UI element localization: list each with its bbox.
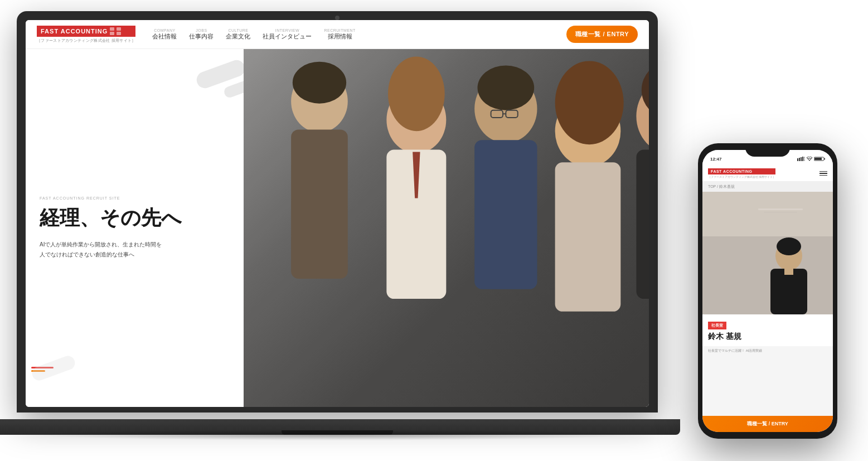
phone-logo-text: FAST ACCOUNTING [711,169,753,173]
svg-rect-27 [814,158,822,160]
svg-rect-31 [764,212,797,213]
phone-content: FAST ACCOUNTING ［ファーストアカウンティング株式会社 採用サイト… [702,166,833,432]
phone-card-section: 社長室 鈴木 基規 [702,314,833,346]
phone-logo-area: FAST ACCOUNTING ［ファーストアカウンティング株式会社 採用サイト… [708,168,775,178]
svg-rect-30 [758,208,803,210]
site-nav: COMPANY 会社情報 JOBS 仕事内容 CULTURE 企業文化 [152,28,566,41]
phone-description: 社長室でマルチに活躍！ AI活用実績 [702,346,833,356]
logo-text: FAST ACCOUNTING [41,28,108,35]
phone-device: 12:47 FAST ACCOUNTING ［ファーストアカウンティング株式会社… [698,143,837,439]
laptop-screen: FAST ACCOUNTING ［ファーストアカウンティング株式会社 採用サイト… [26,20,649,407]
hamburger-icon[interactable] [819,171,827,176]
logo-puzzle-icon [110,27,121,35]
svg-rect-37 [784,268,793,275]
hero-photo [244,49,649,407]
svg-rect-23 [802,157,803,161]
phone-person-name: 鈴木 基規 [708,332,827,342]
svg-rect-22 [801,157,802,161]
phone-logo-sub: ［ファーストアカウンティング株式会社 採用サイト］ [708,175,775,178]
phone-breadcrumb: TOP / 鈴木基規 [702,182,833,192]
svg-rect-21 [799,158,800,161]
svg-point-35 [777,237,801,255]
phone-header: FAST ACCOUNTING ［ファーストアカウンティング株式会社 採用サイト… [702,166,833,182]
phone-status-icons [797,157,825,161]
nav-jobs[interactable]: JOBS 仕事内容 [189,28,214,41]
nav-company[interactable]: COMPANY 会社情報 [152,28,177,41]
scene: FAST ACCOUNTING ［ファーストアカウンティング株式会社 採用サイト… [0,0,868,461]
phone-logo-badge[interactable]: FAST ACCOUNTING [708,168,775,174]
svg-rect-19 [244,49,649,407]
hero-main-title: 経理、その先へ [40,206,249,230]
website: FAST ACCOUNTING ［ファーストアカウンティング株式会社 採用サイト… [26,20,649,407]
nav-interview[interactable]: INTERVIEW 社員インタビュー [263,28,312,41]
phone-cta-button[interactable]: 職種一覧 / ENTRY [702,416,833,432]
svg-rect-36 [770,269,807,314]
laptop-camera [335,16,340,20]
logo-area: FAST ACCOUNTING ［ファーストアカウンティング株式会社 採用サイト… [37,26,135,43]
svg-rect-20 [797,158,798,161]
phone-screen: 12:47 FAST ACCOUNTING ［ファーストアカウンティング株式会社… [702,150,833,432]
svg-rect-29 [702,192,833,236]
hero-section: FAST ACCOUNTING RECRUIT SITE 経理、その先へ AIで… [26,49,649,407]
phone-time: 12:47 [710,157,721,162]
deco-lines [31,361,54,373]
site-header: FAST ACCOUNTING ［ファーストアカウンティング株式会社 採用サイト… [26,20,649,49]
laptop-shadow [28,429,641,440]
nav-culture[interactable]: CULTURE 企業文化 [226,28,250,41]
laptop-body: FAST ACCOUNTING ［ファーストアカウンティング株式会社 採用サイト… [17,11,658,413]
phone-notch [745,143,790,157]
logo-subtitle: ［ファーストアカウンティング株式会社 採用サイト］ [37,38,135,43]
laptop-device: FAST ACCOUNTING ［ファーストアカウンティング株式会社 採用サイト… [17,11,658,435]
svg-rect-28 [825,158,826,160]
phone-interview-hero: INTERVIEW 社員インタビュー [702,192,833,236]
hero-text-area: FAST ACCOUNTING RECRUIT SITE 経理、その先へ AIで… [26,49,263,407]
hero-sub-text: AIで人が単純作業から開放され、生まれた時間を 人でなければできない創造的な仕事… [40,240,249,260]
svg-rect-33 [702,236,833,314]
phone-profile-image [702,236,833,314]
hero-site-label: FAST ACCOUNTING RECRUIT SITE [40,196,249,200]
header-cta-button[interactable]: 職種一覧 / ENTRY [566,26,638,43]
svg-point-25 [809,160,810,161]
logo-badge[interactable]: FAST ACCOUNTING [37,26,135,37]
svg-rect-24 [804,157,805,161]
phone-dept-badge: 社長室 [708,322,726,329]
nav-recruitment[interactable]: RECRUITMENT 採用情報 [324,28,355,41]
